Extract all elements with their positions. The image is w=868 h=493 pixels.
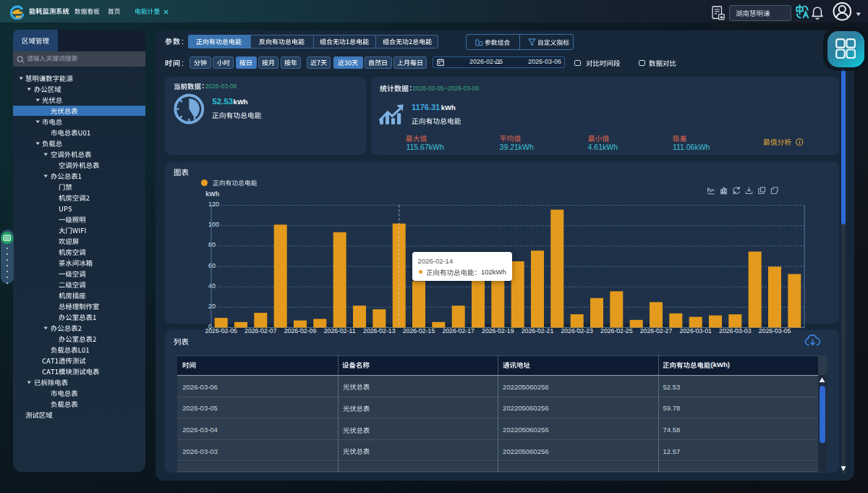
svg-text:i: i [799, 139, 800, 146]
